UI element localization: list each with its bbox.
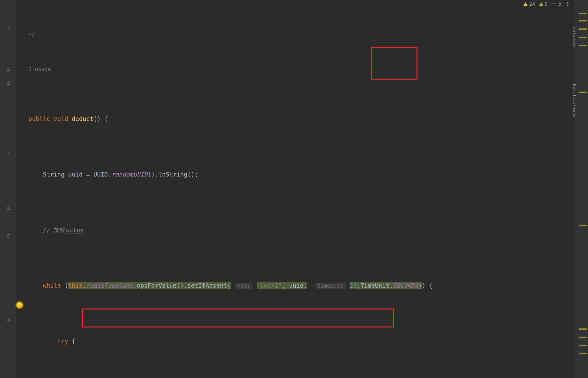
- fold-icon[interactable]: [7, 68, 10, 71]
- fold-icon[interactable]: [7, 81, 10, 85]
- scroll-marker[interactable]: [579, 225, 587, 226]
- tool-tab-database[interactable]: database: [572, 25, 577, 50]
- scroll-marker[interactable]: [579, 337, 587, 338]
- scroll-marker[interactable]: [579, 345, 587, 346]
- intention-bulb-icon[interactable]: [16, 302, 23, 308]
- warning-icon: [523, 2, 528, 6]
- scroll-marker[interactable]: [579, 353, 587, 354]
- scroll-marker[interactable]: [579, 92, 587, 93]
- fold-icon[interactable]: [7, 151, 10, 154]
- fold-icon[interactable]: [7, 207, 10, 210]
- fold-icon[interactable]: [7, 234, 10, 237]
- scroll-marker[interactable]: [579, 20, 587, 21]
- scroll-marker[interactable]: [579, 28, 587, 30]
- code-editor[interactable]: */ 1 usage public void deduct() { String…: [28, 0, 574, 378]
- inspection-hints[interactable]: 〰5: [551, 1, 561, 7]
- scroll-marker[interactable]: [579, 328, 587, 330]
- usage-hint[interactable]: 1 usage: [28, 66, 51, 72]
- fold-icon[interactable]: [7, 318, 10, 321]
- inspection-errors[interactable]: 24: [523, 1, 535, 7]
- scroll-marker[interactable]: [579, 45, 587, 46]
- scroll-marker[interactable]: [579, 37, 587, 38]
- scroll-strip[interactable]: database Notifications: [574, 0, 588, 378]
- gutter: [0, 0, 16, 378]
- scroll-icon[interactable]: [565, 2, 570, 6]
- method-deduct: deduct: [72, 115, 93, 122]
- tool-tab-notifications[interactable]: Notifications: [572, 82, 577, 120]
- scroll-marker[interactable]: [579, 13, 587, 14]
- inspection-panel[interactable]: 24 9 〰5: [523, 1, 570, 7]
- fold-icon[interactable]: [7, 26, 10, 29]
- typo-icon: 〰: [551, 1, 557, 7]
- weak-warning-icon: [539, 2, 543, 6]
- inspection-warnings[interactable]: 9: [539, 1, 548, 7]
